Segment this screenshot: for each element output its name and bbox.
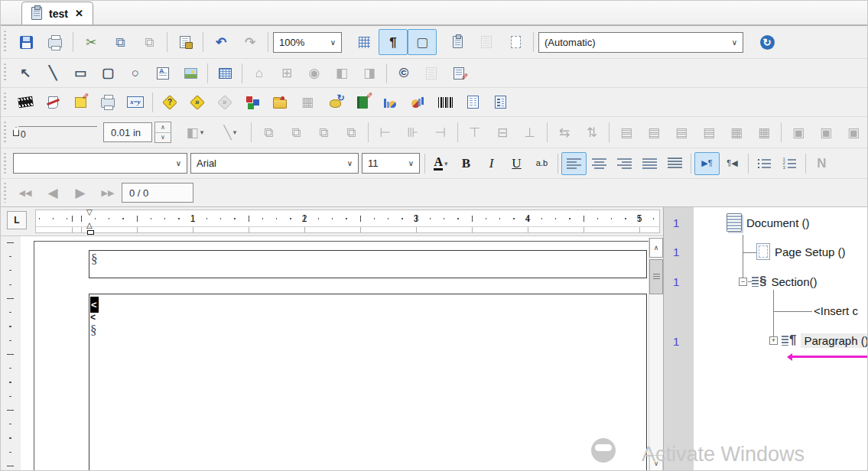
horizontal-ruler[interactable]: 1 2 3 4 5 ▽ △ bbox=[35, 210, 660, 233]
building-block-button[interactable]: ⌂ bbox=[245, 62, 273, 85]
bookmark-button[interactable]: ◧ bbox=[328, 62, 356, 85]
left-indent-marker[interactable] bbox=[87, 230, 94, 235]
style-select[interactable]: ∨ bbox=[13, 153, 187, 174]
hyperlink-button[interactable]: ◉ bbox=[301, 62, 328, 85]
bring-forward-button[interactable]: ⧉ bbox=[310, 121, 337, 144]
hanging-indent-marker[interactable]: △ bbox=[86, 221, 93, 229]
scrollbar-thumb[interactable] bbox=[649, 259, 663, 294]
formula-field-button[interactable]: x=y bbox=[122, 91, 149, 114]
wrap-left-button[interactable]: ▤ bbox=[640, 121, 668, 144]
text-frame-2[interactable]: < < § bbox=[89, 294, 647, 471]
width-spinner-up[interactable]: ∧ bbox=[155, 122, 171, 133]
spellcheck-book-button[interactable] bbox=[349, 91, 376, 114]
font-select[interactable]: Arial∨ bbox=[190, 153, 359, 174]
position-paragraph-button[interactable]: ▣ bbox=[812, 121, 840, 144]
text-frame-button[interactable] bbox=[149, 62, 177, 85]
page-ribbon-button[interactable] bbox=[39, 91, 67, 114]
undo-button[interactable]: ↶ bbox=[206, 29, 236, 55]
help-back-button[interactable] bbox=[211, 91, 239, 114]
insert-image-button[interactable] bbox=[177, 62, 204, 85]
help-forward-button[interactable] bbox=[184, 91, 211, 114]
edit-document-button[interactable] bbox=[445, 62, 473, 85]
text-field-button[interactable]: ⊞ bbox=[273, 62, 301, 85]
first-line-indent-marker[interactable]: ▽ bbox=[86, 208, 93, 216]
insert-table-button[interactable] bbox=[211, 62, 239, 85]
page-indicator[interactable]: 0 / 0 bbox=[122, 183, 193, 203]
wrap-through-button[interactable]: ▦ bbox=[723, 121, 750, 144]
bold-button[interactable]: B bbox=[454, 152, 479, 175]
align-objects-middle-button[interactable]: ⊟ bbox=[489, 121, 516, 144]
send-backward-button[interactable]: ⧉ bbox=[337, 121, 365, 144]
numbered-list-button[interactable] bbox=[777, 152, 802, 175]
columns-button[interactable] bbox=[459, 91, 486, 114]
media-button[interactable] bbox=[11, 91, 39, 114]
fill-color-button[interactable]: ◧▾ bbox=[177, 121, 213, 144]
redo-button[interactable]: ↷ bbox=[236, 29, 265, 55]
next-page-button[interactable]: ▶ bbox=[67, 181, 94, 204]
cut-button[interactable]: ✂ bbox=[76, 29, 106, 55]
line-tool-button[interactable]: ╲ bbox=[39, 62, 67, 85]
align-objects-bottom-button[interactable]: ⊥ bbox=[516, 121, 544, 144]
grid-toggle[interactable] bbox=[349, 29, 379, 55]
paragraph-lines-button[interactable] bbox=[472, 29, 501, 55]
select-tool-button[interactable]: ↖ bbox=[11, 62, 39, 85]
frame-borders-toggle[interactable]: ▢ bbox=[408, 29, 437, 55]
position-character-button[interactable]: ▣ bbox=[840, 121, 867, 144]
tree-item-paragraph[interactable]: ¶ Paragraph () bbox=[782, 333, 867, 348]
clipboard-view-button[interactable] bbox=[443, 29, 472, 55]
width-valuebox[interactable]: 0.01 in bbox=[103, 122, 152, 142]
position-page-button[interactable]: ▣ bbox=[785, 121, 812, 144]
tab-test[interactable]: test ✕ bbox=[21, 2, 93, 24]
sticky-note-button[interactable] bbox=[67, 91, 94, 114]
toolbar-grip[interactable] bbox=[4, 31, 6, 53]
wrap-top-bottom-button[interactable]: ▦ bbox=[750, 121, 778, 144]
paste-button[interactable]: ⧉ bbox=[135, 29, 164, 55]
bullet-list-button[interactable] bbox=[752, 152, 777, 175]
document-page[interactable]: § < < § bbox=[34, 241, 649, 471]
save-button[interactable] bbox=[11, 29, 41, 55]
collapse-box-icon[interactable]: − bbox=[739, 278, 747, 286]
wrap-both-button[interactable]: ▤ bbox=[695, 121, 723, 144]
pie-chart-button[interactable] bbox=[404, 91, 431, 114]
last-page-button[interactable]: ▶▶ bbox=[94, 181, 122, 204]
align-right-button[interactable] bbox=[612, 152, 637, 175]
font-color-button[interactable]: A▾ bbox=[428, 152, 454, 175]
rectangle-tool-button[interactable]: ▭ bbox=[67, 62, 94, 85]
print-preview-button[interactable] bbox=[94, 91, 122, 114]
wrap-none-button[interactable]: ▤ bbox=[613, 121, 640, 144]
print-button[interactable] bbox=[41, 29, 70, 55]
import-folder-button[interactable] bbox=[266, 91, 294, 114]
bring-to-front-button[interactable]: ⧉ bbox=[255, 121, 282, 144]
page-setup-button[interactable] bbox=[501, 29, 530, 55]
ltr-paragraph-button[interactable]: ▶¶ bbox=[694, 152, 720, 175]
expand-box-icon[interactable]: + bbox=[769, 336, 778, 345]
objects-3d-button[interactable] bbox=[239, 91, 266, 114]
toolbar-grip[interactable] bbox=[4, 63, 6, 83]
send-to-back-button[interactable]: ⧉ bbox=[282, 121, 310, 144]
text-frame-1[interactable]: § bbox=[89, 250, 647, 278]
align-objects-center-button[interactable]: ⊪ bbox=[399, 121, 427, 144]
barcode-button[interactable] bbox=[431, 91, 459, 114]
sync-button[interactable]: ↻ bbox=[753, 29, 782, 55]
color-select[interactable]: (Automatic)∨ bbox=[538, 32, 743, 53]
prev-page-button[interactable]: ◀ bbox=[39, 181, 67, 204]
size-select[interactable]: 11∨ bbox=[362, 153, 420, 174]
copy-button[interactable]: ⧉ bbox=[106, 29, 135, 55]
protect-document-button[interactable] bbox=[171, 29, 200, 55]
ellipse-tool-button[interactable]: ○ bbox=[122, 62, 149, 85]
tree-item-page-setup[interactable]: Page Setup () bbox=[756, 243, 846, 260]
formatting-marks-toggle[interactable]: ¶ bbox=[379, 29, 408, 55]
toolbar-grip[interactable] bbox=[4, 153, 6, 174]
slider-nib-icon[interactable] bbox=[13, 127, 19, 136]
wrap-right-button[interactable]: ▤ bbox=[668, 121, 695, 144]
width-spinner-down[interactable]: ∨ bbox=[155, 133, 171, 143]
toolbar-grip[interactable] bbox=[4, 93, 6, 112]
tree-item-section[interactable]: § Section() bbox=[752, 274, 818, 289]
database-sync-button[interactable] bbox=[321, 91, 349, 114]
line-style-button[interactable]: ╲▾ bbox=[213, 121, 248, 144]
justify-full-button[interactable] bbox=[662, 152, 688, 175]
tree-item-insert[interactable]: <Insert c bbox=[814, 304, 858, 317]
close-tab-icon[interactable]: ✕ bbox=[75, 8, 83, 19]
align-center-button[interactable] bbox=[587, 152, 612, 175]
border-width-slider[interactable]: 0 bbox=[11, 121, 97, 144]
